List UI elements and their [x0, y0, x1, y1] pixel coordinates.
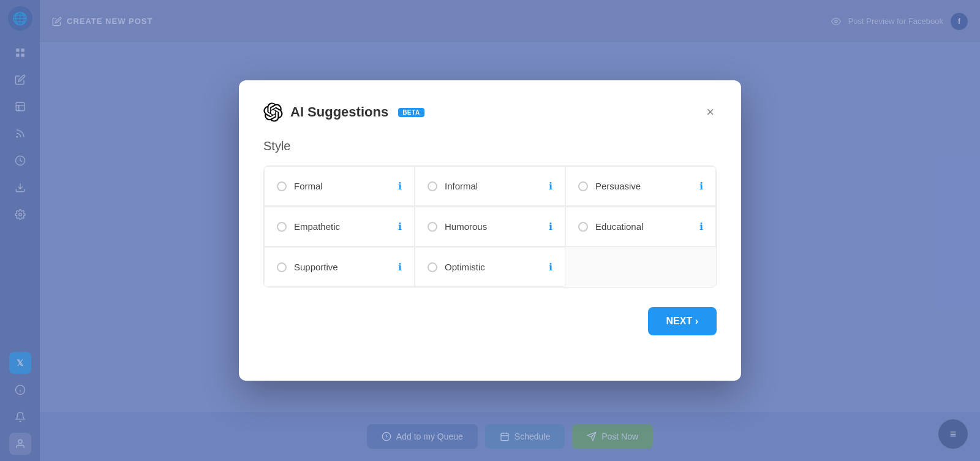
style-option-humorous[interactable]: Humorous ℹ [415, 207, 565, 246]
style-option-informal[interactable]: Informal ℹ [415, 166, 565, 206]
humorous-label: Humorous [445, 221, 487, 232]
style-section-title: Style [263, 139, 717, 153]
style-row-1: Formal ℹ Informal ℹ Persuasive [264, 166, 716, 207]
empathetic-label: Empathetic [294, 221, 340, 232]
informal-info-icon[interactable]: ℹ [549, 180, 552, 192]
optimistic-info-icon[interactable]: ℹ [549, 261, 552, 273]
modal-header: AI Suggestions BETA × [263, 102, 717, 122]
educational-radio[interactable] [578, 222, 588, 232]
optimistic-label: Optimistic [445, 262, 485, 272]
next-button[interactable]: NEXT › [648, 307, 717, 335]
style-option-educational[interactable]: Educational ℹ [565, 207, 716, 246]
modal-title-area: AI Suggestions BETA [263, 102, 424, 122]
humorous-info-icon[interactable]: ℹ [549, 221, 552, 232]
informal-label: Informal [445, 181, 478, 191]
supportive-radio[interactable] [277, 262, 287, 272]
supportive-label: Supportive [294, 262, 338, 272]
persuasive-label: Persuasive [595, 181, 641, 191]
informal-radio[interactable] [428, 181, 437, 191]
persuasive-info-icon[interactable]: ℹ [699, 180, 703, 192]
formal-label: Formal [294, 181, 323, 191]
humorous-radio[interactable] [428, 222, 437, 232]
supportive-info-icon[interactable]: ℹ [398, 261, 402, 273]
style-row-2: Empathetic ℹ Humorous ℹ Educational [264, 207, 716, 247]
next-button-area: NEXT › [263, 307, 717, 335]
formal-info-icon[interactable]: ℹ [398, 180, 402, 192]
persuasive-radio[interactable] [578, 181, 588, 191]
formal-radio[interactable] [277, 181, 287, 191]
educational-label: Educational [595, 221, 643, 232]
empathetic-radio[interactable] [277, 222, 287, 232]
educational-info-icon[interactable]: ℹ [699, 221, 703, 232]
empty-cell [565, 247, 716, 287]
ai-logo-icon [263, 102, 283, 122]
empathetic-info-icon[interactable]: ℹ [398, 221, 402, 232]
style-option-persuasive[interactable]: Persuasive ℹ [565, 166, 716, 206]
optimistic-radio[interactable] [428, 262, 437, 272]
modal-title: AI Suggestions [290, 104, 388, 120]
style-option-supportive[interactable]: Supportive ℹ [264, 247, 415, 287]
style-row-3: Supportive ℹ Optimistic ℹ [264, 247, 716, 287]
next-button-label: NEXT › [666, 316, 698, 327]
style-option-formal[interactable]: Formal ℹ [264, 166, 415, 206]
style-option-optimistic[interactable]: Optimistic ℹ [415, 247, 565, 287]
close-button[interactable]: × [704, 103, 717, 121]
ai-suggestions-modal: AI Suggestions BETA × Style Formal ℹ [239, 80, 741, 381]
style-options-grid: Formal ℹ Informal ℹ Persuasive [263, 166, 717, 288]
style-option-empathetic[interactable]: Empathetic ℹ [264, 207, 415, 246]
beta-badge: BETA [398, 108, 424, 117]
